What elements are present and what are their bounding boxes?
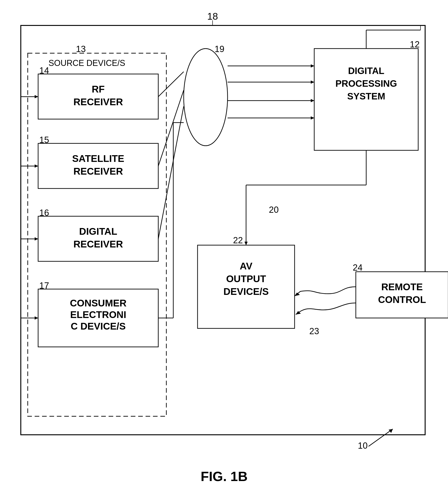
- ref-13-label: 13: [76, 44, 86, 54]
- ref-19-label: 19: [215, 44, 224, 54]
- ref-12-label: 12: [410, 39, 420, 49]
- remote-text2: CONTROL: [378, 294, 426, 305]
- sat-receiver-text1: SATELLITE: [72, 153, 124, 164]
- ref-22-label: 22: [233, 235, 243, 245]
- consumer-text3: C DEVICE/S: [71, 321, 126, 332]
- remote-text1: REMOTE: [381, 281, 423, 292]
- dig-receiver-text1: DIGITAL: [79, 226, 117, 237]
- ref-10-label: 10: [358, 441, 368, 450]
- dps-text1: DIGITAL: [348, 66, 384, 76]
- rf-receiver-text2: RECEIVER: [73, 96, 123, 107]
- av-text1: AV: [240, 261, 252, 272]
- av-text3: DEVICE/S: [224, 286, 269, 297]
- ref-23-label: 23: [309, 326, 319, 336]
- av-text2: OUTPUT: [226, 273, 266, 284]
- sat-receiver-text2: RECEIVER: [73, 166, 123, 177]
- dps-text2: PROCESSING: [336, 78, 397, 88]
- dps-text3: SYSTEM: [347, 91, 385, 101]
- ref-18-label: 18: [207, 11, 218, 22]
- ref-16-label: 16: [39, 208, 49, 218]
- ref-15-label: 15: [39, 135, 49, 145]
- consumer-text1: CONSUMER: [70, 298, 126, 309]
- rf-receiver-text1: RF: [92, 84, 105, 95]
- ref-17-label: 17: [39, 281, 49, 291]
- main-diagram: 18 SOURCE DEVICE/S 13 RF RECEIVER 14 SAT…: [0, 0, 448, 500]
- dig-receiver-text2: RECEIVER: [73, 239, 123, 250]
- ref-14-label: 14: [39, 66, 49, 75]
- fig-caption: FIG. 1B: [201, 469, 247, 484]
- source-devices-text: SOURCE DEVICE/S: [48, 58, 125, 68]
- ref-20-label: 20: [269, 205, 279, 215]
- ref-24-label: 24: [353, 263, 363, 273]
- consumer-text2: ELECTRONI: [70, 309, 126, 320]
